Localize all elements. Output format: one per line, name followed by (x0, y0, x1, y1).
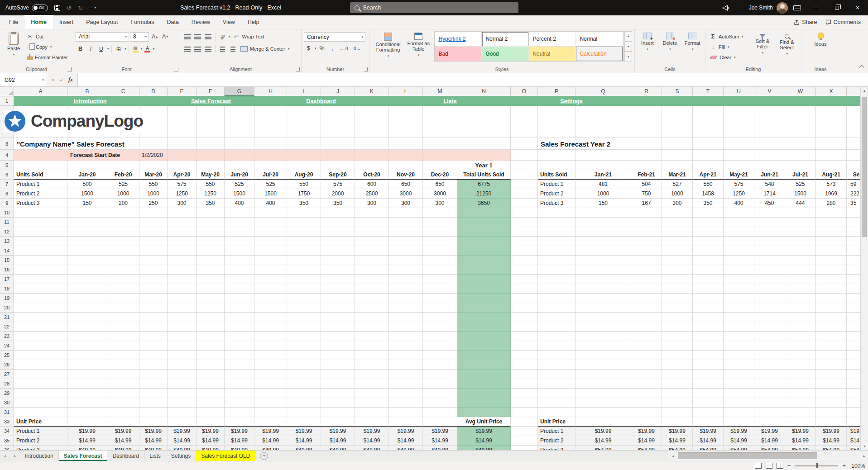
cell-C16[interactable] (107, 265, 139, 275)
cell-Y34[interactable]: $19.99 (847, 427, 860, 436)
cell-F33[interactable] (197, 417, 225, 427)
cell-X34[interactable]: $19.99 (816, 427, 847, 436)
cell-Y17[interactable] (847, 275, 860, 284)
cell-S16[interactable] (662, 265, 693, 275)
cell-Y21[interactable] (847, 313, 860, 322)
cell-J6[interactable]: Sep-20 (321, 170, 355, 180)
cell-L9[interactable]: 300 (389, 199, 423, 208)
cell-J11[interactable] (321, 218, 355, 227)
cell-P27[interactable] (538, 370, 575, 379)
cell-K34[interactable]: $19.99 (355, 427, 389, 436)
cell-J22[interactable] (321, 322, 355, 332)
cell-D18[interactable] (139, 284, 168, 294)
cell-Y30[interactable] (847, 398, 860, 408)
cell-K19[interactable] (355, 294, 389, 303)
cell-X10[interactable] (816, 208, 847, 218)
cell-O12[interactable] (511, 227, 538, 237)
cell-F10[interactable] (197, 208, 225, 218)
cell-U18[interactable] (724, 284, 754, 294)
cell-L24[interactable] (389, 341, 423, 351)
comments-button[interactable]: Comments (825, 19, 861, 25)
cell-K35[interactable]: $14.99 (355, 436, 389, 446)
cell-R33[interactable] (631, 417, 662, 427)
cell-N4[interactable] (457, 150, 511, 161)
cell-O27[interactable] (511, 370, 538, 379)
autosave-switch-icon[interactable]: Off (32, 5, 48, 11)
cell-H9[interactable]: 400 (254, 199, 287, 208)
cell-R25[interactable] (631, 351, 662, 360)
cell-C11[interactable] (107, 218, 139, 227)
cell-J20[interactable] (321, 303, 355, 313)
cell-F26[interactable] (197, 360, 225, 370)
cell-R22[interactable] (631, 322, 662, 332)
row-header-8[interactable]: 8 (0, 189, 14, 199)
cell-X35[interactable]: $14.99 (816, 436, 847, 446)
cell-C28[interactable] (107, 379, 139, 389)
cell-S35[interactable]: $14.99 (662, 436, 693, 446)
cell-N18[interactable] (457, 284, 511, 294)
cell-Y36[interactable]: $54.99 (847, 446, 860, 450)
sort-filter-button[interactable]: Sort & Filter▾ (750, 31, 775, 65)
save-button[interactable] (54, 5, 60, 11)
cell-F15[interactable] (197, 256, 225, 265)
cell-W19[interactable] (785, 294, 816, 303)
cell-W23[interactable] (785, 332, 816, 341)
cell-D14[interactable] (139, 246, 168, 256)
cell-Q5[interactable] (575, 161, 631, 170)
nav-link-settings[interactable]: Settings (560, 98, 582, 104)
cell-B28[interactable] (67, 379, 107, 389)
cell-D28[interactable] (139, 379, 168, 389)
cell-E5[interactable] (168, 161, 197, 170)
cell-I5[interactable] (287, 161, 321, 170)
cell-R12[interactable] (631, 227, 662, 237)
cell-B29[interactable] (67, 389, 107, 398)
cell-S29[interactable] (662, 389, 693, 398)
sheet-scroll-right-icon[interactable]: ▸ (10, 451, 20, 461)
cell-K6[interactable]: Oct-20 (355, 170, 389, 180)
style-percent-2[interactable]: Percent 2 (529, 32, 576, 47)
cell-B22[interactable] (67, 322, 107, 332)
enter-icon[interactable]: ✓ (59, 77, 64, 83)
cell-C17[interactable] (107, 275, 139, 284)
cell-B35[interactable]: $14.99 (67, 436, 107, 446)
cell-R31[interactable] (631, 408, 662, 417)
cell-U9[interactable]: 400 (724, 199, 754, 208)
cell-Y5[interactable] (847, 161, 860, 170)
cell-E15[interactable] (168, 256, 197, 265)
cell-C10[interactable] (107, 208, 139, 218)
cell-L25[interactable] (389, 351, 423, 360)
tab-help[interactable]: Help (241, 15, 266, 29)
cell-D29[interactable] (139, 389, 168, 398)
cell-T22[interactable] (693, 322, 724, 332)
cell-L20[interactable] (389, 303, 423, 313)
cell-K29[interactable] (355, 389, 389, 398)
cell-G13[interactable] (225, 237, 254, 246)
cell-T11[interactable] (693, 218, 724, 227)
column-header-L[interactable]: L (389, 87, 423, 96)
cell-A29[interactable] (14, 389, 67, 398)
sheet-tab-sales-forecast[interactable]: Sales Forecast (59, 451, 108, 461)
cell-H30[interactable] (254, 398, 287, 408)
cell-K10[interactable] (355, 208, 389, 218)
row-header-31[interactable]: 31 (0, 408, 14, 417)
cell-M21[interactable] (423, 313, 457, 322)
number-format-select[interactable]: Currency▾ (304, 32, 365, 42)
cell-D27[interactable] (139, 370, 168, 379)
cell-F30[interactable] (197, 398, 225, 408)
cell-E6[interactable]: Apr-20 (168, 170, 197, 180)
cell-J18[interactable] (321, 284, 355, 294)
cell-X2[interactable] (816, 106, 847, 138)
cell-W13[interactable] (785, 237, 816, 246)
cell-R18[interactable] (631, 284, 662, 294)
bottom-align-button[interactable] (203, 32, 213, 42)
cell-L27[interactable] (389, 370, 423, 379)
cell-H36[interactable]: $49.99 (254, 446, 287, 450)
cell-S23[interactable] (662, 332, 693, 341)
cell-F20[interactable] (197, 303, 225, 313)
cell-Q17[interactable] (575, 275, 631, 284)
cell-E8[interactable]: 1250 (168, 189, 197, 199)
cell-W7[interactable]: 525 (785, 180, 816, 189)
cell-S17[interactable] (662, 275, 693, 284)
cell-D25[interactable] (139, 351, 168, 360)
cell-X27[interactable] (816, 370, 847, 379)
